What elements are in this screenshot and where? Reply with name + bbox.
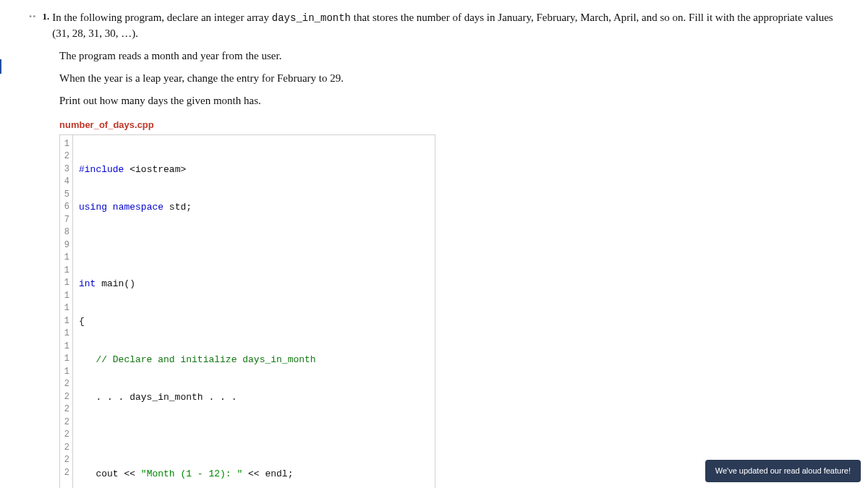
problem-paragraph-2: The program reads a month and year from … (59, 48, 839, 64)
text-cursor-mark (0, 59, 7, 74)
code-block: 123456789111111111122222222 #include <io… (59, 134, 435, 488)
notification-toast[interactable]: We've updated our read aloud feature! (705, 460, 861, 482)
code-content: #include <iostream> using namespace std;… (73, 135, 419, 488)
p1-text-a: In the following program, declare an int… (52, 12, 272, 23)
problem-paragraph-3: When the year is a leap year, change the… (59, 71, 839, 86)
difficulty-dots: •• (29, 11, 36, 23)
p1-inline-code: days_in_month (272, 12, 351, 24)
problem-number: 1. (42, 10, 49, 23)
problem-paragraph-4: Print out how many days the given month … (59, 93, 839, 108)
source-filename: number_of_days.cpp (59, 119, 839, 132)
toast-text: We've updated our read aloud feature! (715, 466, 851, 475)
problem-paragraph-1: •• 1. In the following program, declare … (29, 10, 839, 41)
line-number-gutter: 123456789111111111122222222 (60, 135, 73, 488)
